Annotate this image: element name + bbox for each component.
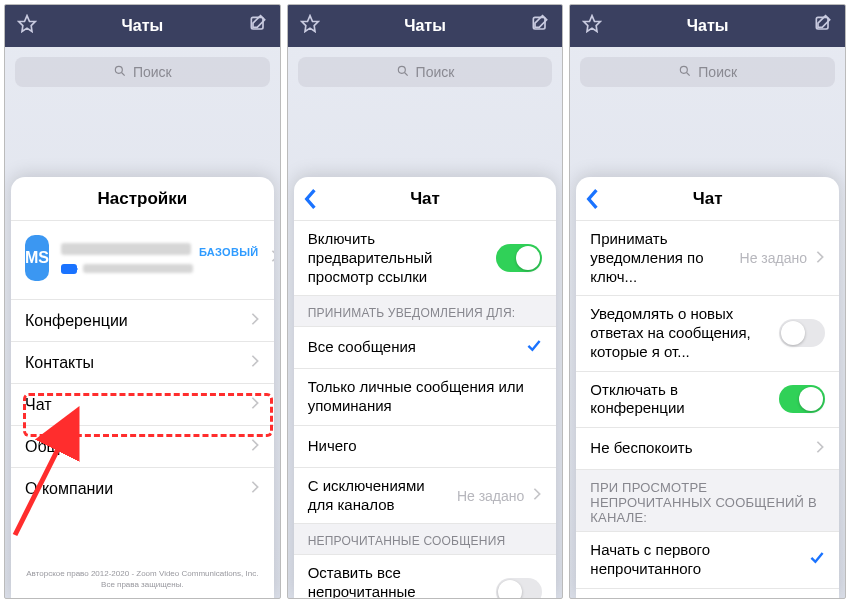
star-icon[interactable] (300, 14, 320, 38)
chevron-right-icon (250, 480, 260, 498)
toggle-on[interactable] (779, 385, 825, 413)
section-header: ПРИНИМАТЬ УВЕДОМЛЕНИЯ ДЛЯ: (294, 296, 557, 327)
menu-item-chat[interactable]: Чат (11, 384, 274, 426)
star-icon[interactable] (582, 14, 602, 38)
compose-icon[interactable] (248, 14, 268, 38)
sheet-title: Чат (693, 189, 723, 209)
back-button[interactable] (302, 177, 318, 220)
compose-icon[interactable] (530, 14, 550, 38)
menu-label: Контакты (25, 354, 94, 372)
menu-label: Чат (25, 396, 52, 414)
profile-row[interactable]: MS БАЗОВЫЙ (11, 221, 274, 300)
search-icon (396, 64, 410, 81)
footer-line2: Все права защищены. (11, 580, 274, 590)
nav-bar: Чаты (5, 5, 280, 47)
chevron-right-icon (270, 249, 273, 267)
phone-screen-2: Чаты Поиск Чат Включить предварительный … (287, 4, 564, 599)
search-input[interactable]: Поиск (15, 57, 270, 87)
svg-marker-6 (301, 16, 318, 32)
svg-marker-0 (19, 16, 36, 32)
menu-label: Общие (25, 438, 78, 456)
row-all-messages[interactable]: Все сообщения (294, 327, 557, 369)
chat-settings-sheet: Чат Включить предварительный просмотр сс… (294, 177, 557, 598)
row-label: Все сообщения (308, 338, 519, 357)
chat-settings-sheet-2: Чат Принимать уведомления по ключ... Не … (576, 177, 839, 598)
nav-title: Чаты (37, 17, 248, 35)
star-icon[interactable] (17, 14, 37, 38)
camera-icon (61, 264, 77, 274)
row-label: Оставить все непрочитанные сообщения све… (308, 564, 489, 598)
chevron-right-icon (250, 354, 260, 372)
toggle-off[interactable] (779, 319, 825, 347)
row-start-last[interactable]: Начать с последнего (576, 589, 839, 599)
svg-point-12 (681, 66, 688, 73)
search-input[interactable]: Поиск (298, 57, 553, 87)
row-label: Не беспокоить (590, 439, 807, 458)
svg-line-13 (687, 72, 690, 75)
nav-title: Чаты (602, 17, 813, 35)
toggle-off[interactable] (496, 578, 542, 598)
footer-copyright: Авторское право 2012-2020 - Zoom Video C… (11, 569, 274, 590)
menu-item-about[interactable]: О компании (11, 468, 274, 510)
svg-marker-10 (584, 16, 601, 32)
chevron-right-icon (250, 312, 260, 330)
menu-label: О компании (25, 480, 113, 498)
row-label: Принимать уведомления по ключ... (590, 230, 731, 286)
row-label: С исключениями для каналов (308, 477, 449, 515)
nav-bar: Чаты (288, 5, 563, 47)
settings-sheet: Настройки MS БАЗОВЫЙ Конференции (11, 177, 274, 598)
check-icon (526, 337, 542, 358)
phone-screen-3: Чаты Поиск Чат Принимать уведомления по … (569, 4, 846, 599)
chevron-right-icon (815, 250, 825, 267)
search-icon (113, 64, 127, 81)
profile-name-blur (61, 243, 191, 255)
sheet-title: Чат (410, 189, 440, 209)
nav-bar: Чаты (570, 5, 845, 47)
row-channel-exceptions[interactable]: С исключениями для каналов Не задано (294, 468, 557, 525)
search-icon (678, 64, 692, 81)
row-start-first[interactable]: Начать с первого непрочитанного (576, 532, 839, 589)
row-reply-notify[interactable]: Уведомлять о новых ответах на сообщения,… (576, 296, 839, 371)
row-dnd[interactable]: Не беспокоить (576, 428, 839, 470)
row-keyword-notify[interactable]: Принимать уведомления по ключ... Не зада… (576, 221, 839, 296)
row-label: Только личные сообщения или упоминания (308, 378, 543, 416)
sheet-title: Настройки (11, 177, 274, 221)
nav-title: Чаты (320, 17, 531, 35)
search-placeholder: Поиск (416, 64, 455, 80)
menu-item-general[interactable]: Общие (11, 426, 274, 468)
phone-screen-1: Чаты Поиск Настройки MS БАЗОВЫЙ (4, 4, 281, 599)
row-value: Не задано (740, 250, 807, 266)
chevron-right-icon (815, 440, 825, 457)
row-preview-links[interactable]: Включить предварительный просмотр ссылки (294, 221, 557, 296)
plan-badge: БАЗОВЫЙ (199, 246, 258, 258)
search-input[interactable]: Поиск (580, 57, 835, 87)
search-placeholder: Поиск (698, 64, 737, 80)
menu-item-conferences[interactable]: Конференции (11, 300, 274, 342)
menu-label: Конференции (25, 312, 128, 330)
svg-point-8 (398, 66, 405, 73)
row-label: Включить предварительный просмотр ссылки (308, 230, 489, 286)
check-icon (809, 549, 825, 570)
search-placeholder: Поиск (133, 64, 172, 80)
chevron-right-icon (250, 396, 260, 414)
row-value: Не задано (457, 488, 524, 504)
row-nothing[interactable]: Ничего (294, 426, 557, 468)
row-label: Ничего (308, 437, 543, 456)
row-label: Отключать в конференции (590, 381, 771, 419)
svg-line-3 (122, 72, 125, 75)
back-button[interactable] (584, 177, 600, 220)
row-keep-unread-top[interactable]: Оставить все непрочитанные сообщения све… (294, 555, 557, 598)
row-label: Начать с первого непрочитанного (590, 541, 801, 579)
row-mute-meeting[interactable]: Отключать в конференции (576, 372, 839, 429)
toggle-on[interactable] (496, 244, 542, 272)
menu-item-contacts[interactable]: Контакты (11, 342, 274, 384)
chevron-right-icon (250, 438, 260, 456)
compose-icon[interactable] (813, 14, 833, 38)
svg-point-2 (115, 66, 122, 73)
profile-email-blur (83, 264, 193, 273)
avatar: MS (25, 235, 49, 281)
chevron-right-icon (532, 487, 542, 504)
footer-line1: Авторское право 2012-2020 - Zoom Video C… (11, 569, 274, 579)
row-private-only[interactable]: Только личные сообщения или упоминания (294, 369, 557, 426)
section-header: НЕПРОЧИТАННЫЕ СООБЩЕНИЯ (294, 524, 557, 555)
